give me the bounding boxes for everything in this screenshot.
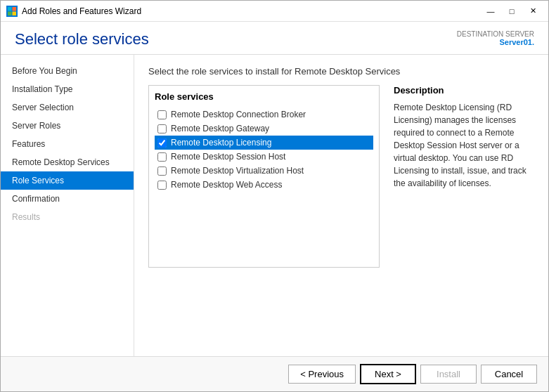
destination-label: DESTINATION SERVER	[457, 30, 534, 38]
sidebar: Before You Begin Installation Type Serve…	[1, 55, 134, 356]
checkbox-connection-broker-input[interactable]	[157, 110, 167, 119]
checkbox-virtualization-host[interactable]: Remote Desktop Virtualization Host	[155, 164, 373, 178]
description-header: Description	[394, 85, 534, 96]
checkbox-web-access-label: Remote Desktop Web Access	[171, 180, 283, 190]
window: Add Roles and Features Wizard — □ ✕ Sele…	[0, 0, 549, 392]
footer: < Previous Next > Install Cancel	[1, 356, 548, 391]
checkbox-virtualization-host-input[interactable]	[157, 166, 167, 176]
role-services-panel: Role services Remote Desktop Connection …	[148, 85, 380, 268]
cancel-button[interactable]: Cancel	[481, 365, 537, 384]
server-name: Server01.	[457, 38, 534, 46]
previous-button[interactable]: < Previous	[288, 365, 356, 384]
sidebar-item-remote-desktop-services[interactable]: Remote Desktop Services	[1, 153, 134, 171]
checkbox-session-host-label: Remote Desktop Session Host	[171, 152, 285, 162]
wizard-header: Select role services DESTINATION SERVER …	[1, 22, 548, 55]
checkbox-gateway[interactable]: Remote Desktop Gateway	[155, 122, 373, 136]
minimize-button[interactable]: —	[481, 4, 500, 18]
checkbox-session-host-input[interactable]	[157, 152, 167, 162]
maximize-button[interactable]: □	[502, 4, 522, 18]
sidebar-item-before-you-begin[interactable]: Before You Begin	[1, 62, 134, 80]
sidebar-item-features[interactable]: Features	[1, 135, 134, 153]
svg-rect-2	[8, 11, 12, 15]
sidebar-item-installation-type[interactable]: Installation Type	[1, 80, 134, 98]
sidebar-item-server-roles[interactable]: Server Roles	[1, 117, 134, 135]
next-button[interactable]: Next >	[360, 364, 416, 384]
checkbox-session-host[interactable]: Remote Desktop Session Host	[155, 150, 373, 164]
app-icon	[6, 6, 18, 17]
description-text: Remote Desktop Licensing (RD Licensing) …	[394, 101, 534, 190]
checkbox-gateway-input[interactable]	[157, 124, 167, 133]
window-title: Add Roles and Features Wizard	[22, 6, 481, 16]
description-panel: Description Remote Desktop Licensing (RD…	[394, 85, 534, 268]
two-column-layout: Role services Remote Desktop Connection …	[148, 85, 534, 268]
main-layout: Before You Begin Installation Type Serve…	[1, 55, 548, 356]
main-content: Select the role services to install for …	[134, 55, 548, 356]
section-subtitle: Select the role services to install for …	[148, 66, 534, 77]
sidebar-item-server-selection[interactable]: Server Selection	[1, 98, 134, 117]
checkbox-connection-broker[interactable]: Remote Desktop Connection Broker	[155, 107, 373, 122]
svg-rect-0	[8, 7, 12, 11]
window-controls: — □ ✕	[481, 4, 543, 18]
destination-server-info: DESTINATION SERVER Server01.	[457, 30, 534, 46]
sidebar-item-results: Results	[1, 208, 134, 226]
checkbox-web-access-input[interactable]	[157, 181, 167, 190]
svg-rect-1	[13, 7, 17, 11]
sidebar-item-confirmation[interactable]: Confirmation	[1, 190, 134, 208]
role-services-header: Role services	[155, 91, 373, 102]
checkbox-licensing[interactable]: Remote Desktop Licensing	[155, 136, 373, 150]
svg-rect-3	[13, 11, 17, 15]
checkbox-connection-broker-label: Remote Desktop Connection Broker	[171, 110, 306, 119]
sidebar-item-role-services[interactable]: Role Services	[1, 171, 134, 190]
checkbox-licensing-label: Remote Desktop Licensing	[171, 138, 271, 148]
checkbox-licensing-input[interactable]	[157, 138, 167, 148]
checkbox-virtualization-host-label: Remote Desktop Virtualization Host	[171, 166, 304, 176]
checkbox-gateway-label: Remote Desktop Gateway	[171, 124, 269, 133]
install-button: Install	[420, 365, 477, 384]
close-button[interactable]: ✕	[523, 4, 543, 18]
wizard-title: Select role services	[15, 30, 149, 48]
checkbox-web-access[interactable]: Remote Desktop Web Access	[155, 178, 373, 192]
title-bar: Add Roles and Features Wizard — □ ✕	[1, 1, 548, 22]
